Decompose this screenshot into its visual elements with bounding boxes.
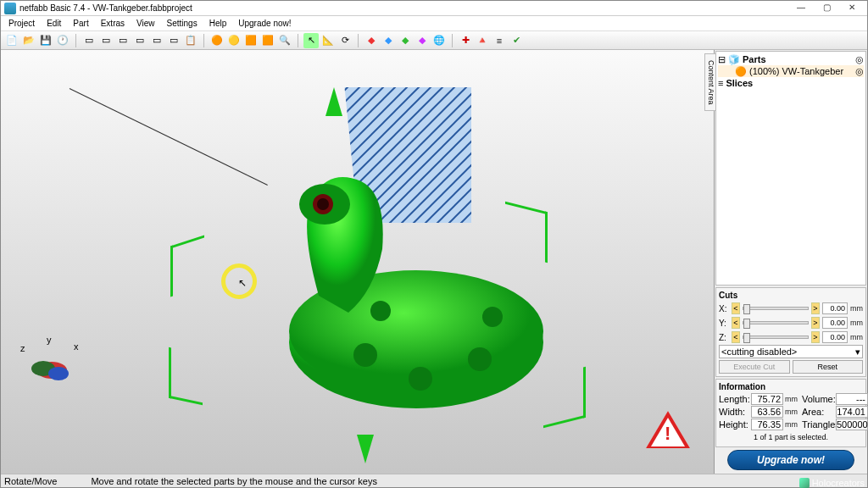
- cut-mode-select[interactable]: <cutting disabled>▾: [719, 345, 863, 358]
- part-mesh[interactable]: [238, 169, 543, 423]
- parts-tree[interactable]: Content Area ⊟ 🧊 Parts ◎ 🟠 (100%) VW-Tan…: [715, 51, 866, 286]
- cut-x-row: X: < > mm: [719, 302, 863, 315]
- cut-slider[interactable]: [743, 321, 809, 324]
- menu-upgrade[interactable]: Upgrade now!: [234, 19, 295, 28]
- svg-point-5: [409, 367, 432, 391]
- info-value: 174.01: [836, 406, 868, 418]
- menu-project[interactable]: Project: [4, 19, 39, 28]
- decrement-button[interactable]: <: [732, 302, 740, 314]
- menu-settings[interactable]: Settings: [163, 19, 202, 28]
- toolbar: 📄 📂 💾 🕐 ▭ ▭ ▭ ▭ ▭ ▭ 📋 🟠 🟡 🟧 🟧 🔍 ↖ 📐 ⟳ ◆ …: [1, 31, 867, 50]
- cut-z-row: Z: < > mm: [719, 330, 863, 344]
- sphere-icon[interactable]: 🟡: [226, 33, 242, 48]
- box-icon[interactable]: ▭: [115, 33, 131, 48]
- unit-label: mm: [785, 420, 800, 429]
- info-value: 63.56: [751, 406, 783, 418]
- svg-point-7: [482, 307, 503, 327]
- panel-title: Cuts: [719, 291, 863, 300]
- shader-icon[interactable]: ◆: [415, 33, 430, 48]
- new-project-icon[interactable]: 📄: [4, 33, 19, 48]
- box-icon[interactable]: ▭: [132, 33, 147, 48]
- validate-icon[interactable]: ✔: [509, 33, 524, 48]
- cursor-icon: ↖: [238, 277, 247, 289]
- part-icon: 🟠: [735, 66, 747, 77]
- menu-view[interactable]: View: [132, 19, 159, 28]
- tree-part-item[interactable]: 🟠 (100%) VW-Tankgeber ◎: [718, 65, 864, 77]
- chevron-down-icon: ▾: [855, 347, 860, 358]
- svg-point-4: [353, 343, 377, 367]
- box-icon[interactable]: ▭: [81, 33, 97, 48]
- maximize-button[interactable]: ▢: [815, 2, 838, 15]
- cube-icon[interactable]: 🟧: [260, 33, 275, 48]
- increment-button[interactable]: >: [811, 331, 820, 343]
- save-project-icon[interactable]: 💾: [38, 33, 53, 48]
- globe-icon[interactable]: 🌐: [431, 33, 447, 48]
- menu-bar: Project Edit Part Extras View Settings H…: [1, 16, 867, 31]
- close-button[interactable]: ✕: [840, 2, 864, 15]
- axis-label: Z:: [719, 333, 729, 342]
- parts-icon: 🧊: [728, 54, 740, 65]
- zoom-icon[interactable]: 🔍: [277, 33, 292, 48]
- up-arrow-handle[interactable]: [326, 87, 342, 116]
- eye-icon[interactable]: ◎: [855, 54, 864, 65]
- measure-icon[interactable]: 📐: [320, 33, 336, 48]
- cube-icon[interactable]: 🟧: [243, 33, 259, 48]
- cut-x-input[interactable]: [822, 302, 848, 314]
- menu-extras[interactable]: Extras: [97, 19, 129, 28]
- svg-text:x: x: [74, 341, 79, 352]
- box-icon[interactable]: ▭: [166, 33, 181, 48]
- bbox-corner: [543, 367, 586, 428]
- slider-thumb[interactable]: [743, 319, 750, 329]
- slider-thumb[interactable]: [743, 304, 750, 314]
- clipboard-icon[interactable]: 📋: [183, 33, 198, 48]
- viewport-3d[interactable]: ↖ xzy !: [1, 50, 715, 474]
- tree-label: Slices: [726, 78, 753, 88]
- cut-slider[interactable]: [743, 307, 809, 310]
- cut-y-input[interactable]: [822, 317, 848, 329]
- unit-label: mm: [850, 304, 863, 313]
- minimize-button[interactable]: —: [789, 2, 813, 15]
- increment-button[interactable]: >: [811, 317, 820, 329]
- tree-item-label: (100%) VW-Tankgeber: [749, 66, 843, 76]
- logo-icon: [799, 478, 810, 488]
- eye-icon[interactable]: ◎: [855, 66, 864, 77]
- upgrade-button[interactable]: Upgrade now!: [727, 450, 854, 470]
- shader-icon[interactable]: ◆: [364, 33, 379, 48]
- decrement-button[interactable]: <: [732, 331, 740, 343]
- check-icon[interactable]: 🔺: [475, 33, 490, 48]
- open-project-icon[interactable]: 📂: [21, 33, 36, 48]
- watermark: Holocreators: [799, 478, 865, 488]
- slider-thumb[interactable]: [743, 333, 750, 343]
- repair-icon[interactable]: ✚: [458, 33, 473, 48]
- menu-help[interactable]: Help: [205, 19, 231, 28]
- content-area-tab[interactable]: Content Area: [704, 53, 716, 111]
- svg-text:y: y: [47, 336, 52, 345]
- tree-slices-node[interactable]: ≡ Slices: [718, 77, 864, 89]
- unit-label: mm: [850, 319, 863, 327]
- warning-icon[interactable]: !: [646, 411, 690, 448]
- sphere-icon[interactable]: 🟠: [209, 33, 225, 48]
- axis-gizmo-icon: xzy: [18, 336, 86, 389]
- unit-label: mm: [850, 333, 863, 341]
- shader-icon[interactable]: ◆: [381, 33, 396, 48]
- cut-z-input[interactable]: [822, 331, 848, 343]
- cut-slider[interactable]: [743, 336, 809, 339]
- cuts-panel: Cuts X: < > mm Y: < > mm: [715, 287, 866, 377]
- tree-parts-node[interactable]: ⊟ 🧊 Parts ◎: [718, 53, 864, 65]
- slice-icon[interactable]: ≡: [492, 33, 507, 48]
- menu-edit[interactable]: Edit: [42, 19, 65, 28]
- menu-part[interactable]: Part: [69, 19, 92, 28]
- side-panel: Content Area ⊟ 🧊 Parts ◎ 🟠 (100%) VW-Tan…: [715, 50, 867, 474]
- shader-icon[interactable]: ◆: [398, 33, 413, 48]
- down-arrow-handle[interactable]: [357, 435, 374, 463]
- bbox-corner: [169, 347, 203, 406]
- decrement-button[interactable]: <: [732, 317, 740, 329]
- box-icon[interactable]: ▭: [149, 33, 164, 48]
- print-icon[interactable]: 🕐: [55, 33, 70, 48]
- reset-button[interactable]: Reset: [793, 360, 864, 374]
- unit-label: mm: [785, 408, 800, 416]
- rotate-icon[interactable]: ⟳: [337, 33, 353, 48]
- select-icon[interactable]: ↖: [303, 33, 319, 48]
- box-icon[interactable]: ▭: [98, 33, 114, 48]
- increment-button[interactable]: >: [811, 302, 820, 314]
